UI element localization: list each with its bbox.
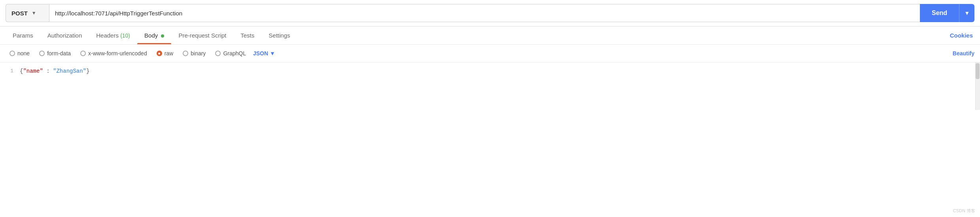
tab-params[interactable]: Params — [6, 26, 40, 44]
tab-pre-request-script[interactable]: Pre-request Script — [171, 26, 233, 44]
format-selector[interactable]: JSON ▼ — [253, 50, 275, 57]
line-number-1: 1 — [0, 68, 20, 74]
body-options-bar: none form-data x-www-form-urlencoded raw… — [0, 45, 980, 62]
tab-authorization[interactable]: Authorization — [40, 26, 89, 44]
radio-raw — [157, 51, 162, 56]
option-binary[interactable]: binary — [179, 49, 210, 58]
option-none[interactable]: none — [6, 49, 34, 58]
radio-form-data — [39, 51, 45, 56]
radio-binary — [183, 51, 188, 56]
send-dropdown-button[interactable]: ▼ — [959, 4, 974, 22]
code-content-1: {"name" : "ZhangSan"} — [20, 68, 980, 74]
send-button[interactable]: Send — [920, 4, 959, 22]
send-btn-group: Send ▼ — [920, 4, 974, 22]
json-colon: : — [43, 68, 53, 74]
tab-body[interactable]: Body — [137, 26, 171, 44]
code-line-1: 1 {"name" : "ZhangSan"} — [0, 67, 980, 75]
scrollbar-thumb[interactable] — [976, 63, 980, 79]
method-selector[interactable]: POST ▼ — [6, 4, 49, 22]
option-form-data[interactable]: form-data — [35, 49, 75, 58]
radio-x-www-form-urlencoded — [80, 51, 86, 56]
code-editor[interactable]: 1 {"name" : "ZhangSan"} — [0, 62, 980, 110]
method-label: POST — [11, 10, 28, 17]
format-chevron-icon: ▼ — [270, 50, 275, 57]
option-raw[interactable]: raw — [153, 49, 178, 58]
method-chevron-icon: ▼ — [32, 10, 36, 16]
option-x-www-form-urlencoded[interactable]: x-www-form-urlencoded — [76, 49, 151, 58]
url-input[interactable] — [49, 4, 920, 22]
scrollbar[interactable] — [975, 62, 980, 110]
radio-graphql — [215, 51, 221, 56]
tab-settings[interactable]: Settings — [261, 26, 297, 44]
body-active-dot — [161, 34, 164, 38]
option-graphql[interactable]: GraphQL — [211, 49, 250, 58]
tabs-bar: Params Authorization Headers (10) Body P… — [0, 26, 980, 45]
json-value: "ZhangSan" — [53, 68, 86, 74]
radio-none — [9, 51, 15, 56]
cookies-link[interactable]: Cookies — [948, 26, 974, 44]
tab-headers[interactable]: Headers (10) — [89, 26, 137, 44]
json-key: "name" — [23, 68, 43, 74]
beautify-button[interactable]: Beautify — [953, 50, 974, 57]
tab-tests[interactable]: Tests — [233, 26, 261, 44]
json-brace-close: } — [86, 68, 89, 74]
top-bar: POST ▼ Send ▼ — [0, 0, 980, 26]
